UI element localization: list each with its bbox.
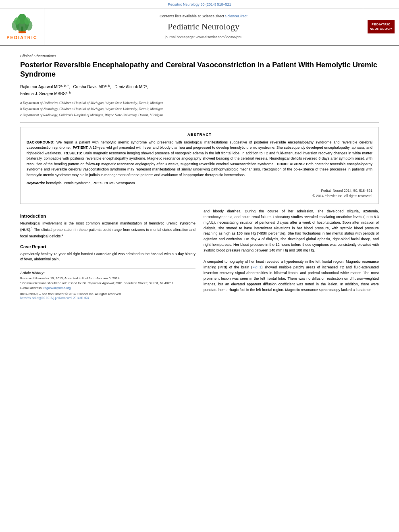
- pn-badge: PEDIATRICNEUROLOGY: [368, 20, 394, 33]
- abstract-text: BACKGROUND: We report a patient with hem…: [27, 140, 372, 178]
- doi-line: http://dx.doi.org/10.1016/j.pediatrneuro…: [20, 296, 195, 300]
- issn-text: 0887-8994/$ – see front matter © 2014 El…: [20, 292, 122, 296]
- abstract-title: ABSTRACT: [27, 132, 372, 137]
- abstract-box: ABSTRACT BACKGROUND: We report a patient…: [20, 127, 379, 204]
- affiliation-a: a Department of Pediatrics, Children's H…: [20, 100, 379, 106]
- divider-1: [20, 123, 379, 123]
- affiliation-c: c Department of Radiology, Children's Ho…: [20, 112, 379, 118]
- journal-name: Pediatric Neurology: [168, 21, 239, 32]
- issn-line: 0887-8994/$ – see front matter © 2014 El…: [20, 292, 195, 296]
- journal-header: PEDIATRIC Contents lists available at Sc…: [0, 8, 399, 46]
- citation-line2: © 2014 Elsevier Inc. All rights reserved…: [27, 193, 372, 199]
- two-column-layout: Introduction Neurological involvement is…: [20, 209, 379, 300]
- background-label: BACKGROUND:: [27, 140, 54, 144]
- keywords-text: hemolytic-uremic syndrome, PRES, RCVS, v…: [46, 181, 135, 185]
- case-report-text: A previously healthy 13-year-old right-h…: [20, 251, 195, 263]
- introduction-text: Neurological involvement is the most com…: [20, 221, 195, 239]
- left-column: Introduction Neurological involvement is…: [20, 209, 195, 300]
- author-deniz: Deniz Altinok MD: [114, 85, 145, 89]
- science-direct-link[interactable]: ScienceDirect: [225, 14, 248, 18]
- patient-label: PATIENT:: [73, 145, 88, 150]
- keywords: Keywords: hemolytic-uremic syndrome, PRE…: [27, 181, 372, 185]
- right-column: and bloody diarrhea. During the course o…: [204, 209, 379, 300]
- results-label: RESULTS:: [64, 151, 82, 155]
- author-rajkumar: Rajkumar Agarwal MD: [20, 85, 60, 89]
- keywords-label: Keywords:: [27, 181, 45, 185]
- conclusions-label: CONCLUSIONS:: [277, 162, 305, 166]
- journal-homepage: journal homepage: www.elsevier.com/locat…: [165, 35, 243, 39]
- elsevier-brand-text: PEDIATRIC: [6, 35, 37, 40]
- elsevier-logo: PEDIATRIC: [6, 14, 37, 40]
- article-history: Article History: Received November 19, 2…: [20, 268, 195, 291]
- email-line: E-mail address: ragarwal@dmc.org: [20, 286, 195, 291]
- email-label: E-mail address:: [20, 286, 43, 290]
- elsevier-tree-icon: [10, 14, 34, 34]
- doi-link[interactable]: http://dx.doi.org/10.1016/j.pediatrneuro…: [20, 296, 89, 300]
- author-fatema: Fatema J. Serajee MBBS: [20, 91, 66, 96]
- journal-title-area: Contents lists available at ScienceDirec…: [44, 8, 363, 45]
- article-history-title: Article History:: [20, 271, 195, 275]
- section-label: Clinical Observations: [20, 54, 379, 58]
- right-col-text: and bloody diarrhea. During the course o…: [204, 209, 379, 293]
- correspondence-text: * Communications should be addressed to:…: [20, 281, 195, 286]
- article-title: Posterior Reversible Encephalopathy and …: [20, 60, 379, 79]
- journal-citation-text: Pediatric Neurology 50 (2014) 518–521: [168, 2, 231, 6]
- affiliations: a Department of Pediatrics, Children's H…: [20, 100, 379, 117]
- svg-point-6: [24, 17, 30, 25]
- case-report-heading: Case Report: [20, 244, 195, 249]
- introduction-heading: Introduction: [20, 214, 195, 218]
- fig1-link[interactable]: Fig 1: [252, 265, 261, 269]
- author-cresha: Cresha Davis MD: [73, 85, 105, 89]
- journal-citation-bar: Pediatric Neurology 50 (2014) 518–521: [0, 0, 399, 8]
- citation-line1: Pediatr Neurol 2014; 50: 518–521: [27, 188, 372, 193]
- email-link[interactable]: ragarwal@dmc.org: [44, 286, 71, 290]
- science-direct-text: Contents lists available at ScienceDirec…: [160, 14, 247, 18]
- elsevier-logo-container: PEDIATRIC: [0, 8, 44, 45]
- citation-info: Pediatr Neurol 2014; 50: 518–521 © 2014 …: [27, 188, 372, 199]
- affiliation-b: b Department of Neurology, Children's Ho…: [20, 106, 379, 112]
- svg-point-5: [14, 17, 20, 25]
- received-date: Received November 19, 2013; Accepted in …: [20, 276, 195, 281]
- svg-rect-7: [18, 31, 25, 33]
- journal-badge-right: PEDIATRICNEUROLOGY: [363, 8, 399, 45]
- authors: Rajkumar Agarwal MDa, b, *, Cresha Davis…: [20, 83, 379, 98]
- content-area: Clinical Observations Posterior Reversib…: [0, 46, 399, 308]
